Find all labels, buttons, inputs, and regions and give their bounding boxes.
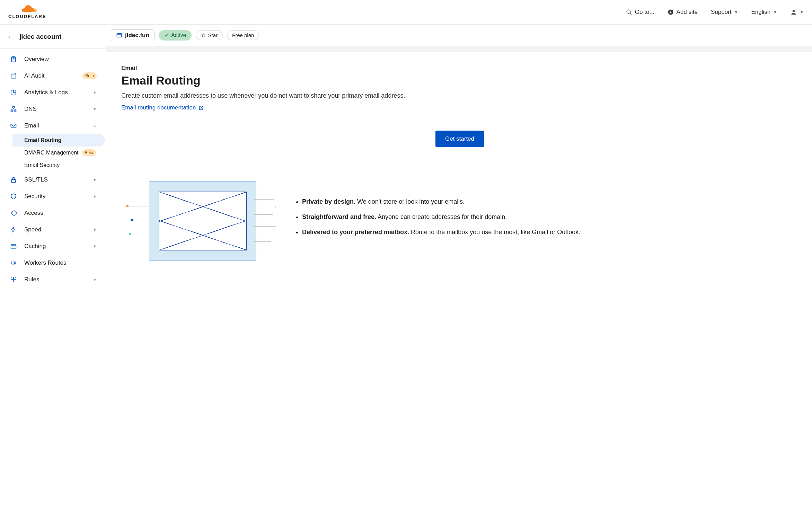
language-dropdown[interactable]: English ▼ [751,9,777,16]
chevron-down-icon: ▼ [93,194,97,198]
sidebar-item-email[interactable]: Email ▲ [0,117,106,134]
plan-badge[interactable]: Free plan [227,30,259,40]
account-breadcrumb[interactable]: ← jldec account [0,25,106,49]
chevron-down-icon: ▼ [734,10,738,14]
get-started-button[interactable]: Get started [435,131,484,147]
dns-icon [10,106,17,113]
grey-band [106,46,812,52]
ai-audit-icon [10,72,17,79]
check-icon [164,33,169,38]
search-icon [626,9,632,15]
star-button[interactable]: Star [196,30,223,40]
rules-icon [10,276,17,283]
plus-circle-icon [668,9,674,15]
star-icon [201,33,206,38]
section-eyebrow: Email [121,65,798,72]
caching-icon [10,243,17,250]
feature-list: Private by design. We don't store or loo… [294,197,580,243]
svg-point-3 [793,10,795,12]
feature-item: Straightforward and free. Anyone can cre… [302,212,580,222]
external-link-icon [198,105,204,111]
email-illustration: › › [125,178,277,262]
cloud-icon [16,5,38,13]
chevron-down-icon: ▼ [93,277,97,282]
page-title: Email Routing [121,74,798,87]
chevron-down-icon: ▼ [93,228,97,232]
feature-item: Delivered to your preferred mailbox. Rou… [302,228,580,237]
arrow-left-icon[interactable]: ← [7,32,15,41]
page-description: Create custom email addresses to use whe… [121,92,798,99]
access-icon [10,210,17,217]
svg-rect-16 [11,179,16,182]
analytics-icon [10,89,17,96]
chevron-down-icon: ▼ [93,90,97,95]
svg-rect-8 [11,74,16,78]
zone-selector[interactable]: jldec.fun [111,29,155,41]
sidebar-item-rules[interactable]: Rules ▼ [0,271,106,288]
sidebar-item-dns[interactable]: DNS ▼ [0,101,106,117]
sidebar-item-access[interactable]: Access [0,205,106,221]
cloudflare-logo[interactable]: CLOUDFLARE [8,5,46,19]
lock-icon [10,176,17,183]
chevron-up-icon: ▲ [93,124,97,128]
svg-rect-21 [117,33,121,37]
clipboard-icon [10,56,17,63]
chevron-down-icon: ▼ [93,178,97,182]
feature-item: Private by design. We don't store or loo… [302,197,580,207]
chevron-down-icon: ▼ [800,10,804,14]
sidebar-item-analytics[interactable]: Analytics & Logs ▼ [0,84,106,101]
workers-icon [10,259,17,266]
person-icon [790,9,797,16]
chevron-down-icon: ▼ [93,107,97,111]
svg-rect-19 [11,247,16,248]
sidebar-item-caching[interactable]: Caching ▼ [0,238,106,255]
svg-rect-18 [11,244,16,246]
beta-badge: Beta [82,72,97,79]
sidebar-item-ai-audit[interactable]: AI Audit Beta [0,68,106,84]
sidebar-item-ssl[interactable]: SSL/TLS ▼ [0,171,106,188]
svg-rect-15 [11,124,16,128]
shield-icon [10,193,17,200]
status-pill: Active [159,30,192,41]
bolt-icon [10,226,17,233]
account-name: jldec account [19,33,61,41]
add-site-button[interactable]: Add site [668,9,698,16]
chevron-down-icon: ▼ [93,244,97,248]
sidebar-item-email-routing[interactable]: Email Routing [12,134,105,147]
sidebar-item-security[interactable]: Security ▼ [0,188,106,205]
sidebar-item-workers[interactable]: Workers Routes [0,255,106,271]
beta-badge: Beta [82,149,96,156]
svg-line-1 [630,13,632,15]
logo-text: CLOUDFLARE [8,14,46,19]
svg-rect-14 [15,110,16,112]
documentation-link[interactable]: Email routing documentation [121,104,204,111]
website-icon [116,33,122,38]
goto-search[interactable]: Go to... [626,9,654,16]
sidebar-item-speed[interactable]: Speed ▼ [0,221,106,238]
zone-bar: jldec.fun Active Star Free plan [106,25,812,46]
svg-point-0 [627,10,630,14]
sidebar-item-overview[interactable]: Overview [0,51,106,68]
user-menu[interactable]: ▼ [790,9,804,16]
email-icon [10,122,17,129]
chevron-down-icon: ▼ [773,10,777,14]
svg-rect-12 [13,107,15,108]
svg-rect-13 [11,110,12,112]
sidebar-item-dmarc[interactable]: DMARC Management Beta [0,147,106,159]
sidebar: Overview AI Audit Beta Analytics & Logs … [0,49,106,512]
support-dropdown[interactable]: Support ▼ [711,9,738,16]
sidebar-item-email-security[interactable]: Email Security [0,159,106,171]
